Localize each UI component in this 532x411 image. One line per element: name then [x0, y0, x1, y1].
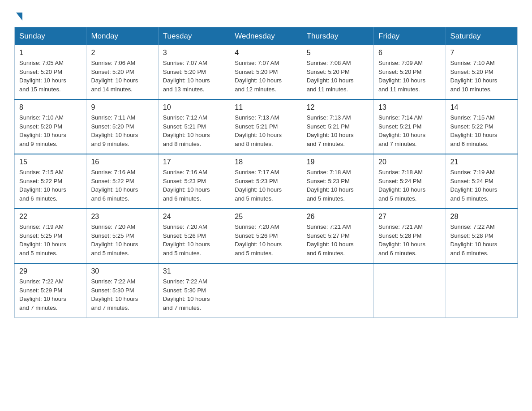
header-saturday: Saturday: [446, 27, 517, 46]
day-number: 23: [91, 213, 153, 221]
day-number: 19: [307, 158, 369, 166]
calendar-cell: 3 Sunrise: 7:07 AM Sunset: 5:20 PM Dayli…: [158, 45, 230, 99]
day-detail: Sunrise: 7:22 AM Sunset: 5:30 PM Dayligh…: [91, 277, 153, 312]
day-number: 30: [91, 267, 153, 275]
day-number: 18: [235, 158, 297, 166]
logo: [14, 11, 22, 19]
logo-arrow-icon: [16, 13, 22, 21]
calendar-cell: 26 Sunrise: 7:21 AM Sunset: 5:27 PM Dayl…: [302, 209, 373, 263]
day-number: 27: [378, 213, 441, 221]
calendar-cell: 7 Sunrise: 7:10 AM Sunset: 5:20 PM Dayli…: [446, 45, 517, 99]
day-number: 2: [91, 49, 153, 57]
day-detail: Sunrise: 7:19 AM Sunset: 5:25 PM Dayligh…: [19, 223, 82, 257]
day-number: 13: [378, 103, 441, 111]
day-number: 14: [450, 103, 513, 111]
day-detail: Sunrise: 7:08 AM Sunset: 5:20 PM Dayligh…: [307, 59, 369, 94]
calendar-cell: 22 Sunrise: 7:19 AM Sunset: 5:25 PM Dayl…: [15, 209, 86, 263]
day-detail: Sunrise: 7:16 AM Sunset: 5:23 PM Dayligh…: [163, 168, 225, 203]
header-friday: Friday: [374, 27, 446, 46]
day-detail: Sunrise: 7:20 AM Sunset: 5:26 PM Dayligh…: [163, 223, 225, 257]
day-detail: Sunrise: 7:16 AM Sunset: 5:22 PM Dayligh…: [91, 168, 153, 203]
day-detail: Sunrise: 7:12 AM Sunset: 5:21 PM Dayligh…: [163, 113, 225, 148]
calendar-cell: 20 Sunrise: 7:18 AM Sunset: 5:24 PM Dayl…: [374, 154, 446, 209]
calendar-cell: 29 Sunrise: 7:22 AM Sunset: 5:29 PM Dayl…: [15, 263, 86, 318]
day-number: 12: [307, 103, 369, 111]
day-number: 26: [307, 213, 369, 221]
calendar-week-row: 15 Sunrise: 7:15 AM Sunset: 5:22 PM Dayl…: [15, 154, 518, 209]
calendar-cell: 10 Sunrise: 7:12 AM Sunset: 5:21 PM Dayl…: [158, 99, 230, 154]
day-detail: Sunrise: 7:13 AM Sunset: 5:21 PM Dayligh…: [235, 113, 297, 148]
day-detail: Sunrise: 7:17 AM Sunset: 5:23 PM Dayligh…: [235, 168, 297, 203]
day-detail: Sunrise: 7:20 AM Sunset: 5:25 PM Dayligh…: [91, 223, 153, 257]
day-number: 8: [19, 103, 82, 111]
calendar-cell: [446, 263, 517, 318]
day-detail: Sunrise: 7:11 AM Sunset: 5:20 PM Dayligh…: [91, 113, 153, 148]
day-number: 6: [378, 49, 441, 57]
calendar-cell: 1 Sunrise: 7:05 AM Sunset: 5:20 PM Dayli…: [15, 45, 86, 99]
calendar-body: 1 Sunrise: 7:05 AM Sunset: 5:20 PM Dayli…: [15, 45, 518, 318]
day-detail: Sunrise: 7:18 AM Sunset: 5:23 PM Dayligh…: [307, 168, 369, 203]
calendar-cell: 16 Sunrise: 7:16 AM Sunset: 5:22 PM Dayl…: [86, 154, 158, 209]
calendar-cell: 2 Sunrise: 7:06 AM Sunset: 5:20 PM Dayli…: [86, 45, 158, 99]
day-number: 4: [235, 49, 297, 57]
calendar-cell: 8 Sunrise: 7:10 AM Sunset: 5:20 PM Dayli…: [15, 99, 86, 154]
header-wednesday: Wednesday: [230, 27, 302, 46]
day-detail: Sunrise: 7:22 AM Sunset: 5:28 PM Dayligh…: [450, 223, 513, 257]
calendar-cell: 19 Sunrise: 7:18 AM Sunset: 5:23 PM Dayl…: [302, 154, 373, 209]
calendar-cell: 24 Sunrise: 7:20 AM Sunset: 5:26 PM Dayl…: [158, 209, 230, 263]
day-number: 17: [163, 158, 225, 166]
day-detail: Sunrise: 7:07 AM Sunset: 5:20 PM Dayligh…: [235, 59, 297, 94]
day-detail: Sunrise: 7:07 AM Sunset: 5:20 PM Dayligh…: [163, 59, 225, 94]
day-number: 5: [307, 49, 369, 57]
day-number: 11: [235, 103, 297, 111]
header-sunday: Sunday: [15, 27, 86, 46]
header-thursday: Thursday: [302, 27, 373, 46]
day-detail: Sunrise: 7:09 AM Sunset: 5:20 PM Dayligh…: [378, 59, 441, 94]
day-number: 15: [19, 158, 82, 166]
day-number: 29: [19, 267, 82, 275]
calendar-week-row: 1 Sunrise: 7:05 AM Sunset: 5:20 PM Dayli…: [15, 45, 518, 99]
day-number: 16: [91, 158, 153, 166]
calendar-cell: 18 Sunrise: 7:17 AM Sunset: 5:23 PM Dayl…: [230, 154, 302, 209]
day-number: 22: [19, 213, 82, 221]
day-detail: Sunrise: 7:19 AM Sunset: 5:24 PM Dayligh…: [450, 168, 513, 203]
calendar-cell: [230, 263, 302, 318]
day-number: 21: [450, 158, 513, 166]
day-detail: Sunrise: 7:22 AM Sunset: 5:30 PM Dayligh…: [163, 277, 225, 312]
day-number: 25: [235, 213, 297, 221]
header-monday: Monday: [86, 27, 158, 46]
calendar-week-row: 22 Sunrise: 7:19 AM Sunset: 5:25 PM Dayl…: [15, 209, 518, 263]
day-detail: Sunrise: 7:10 AM Sunset: 5:20 PM Dayligh…: [450, 59, 513, 94]
calendar-cell: 9 Sunrise: 7:11 AM Sunset: 5:20 PM Dayli…: [86, 99, 158, 154]
calendar-cell: 14 Sunrise: 7:15 AM Sunset: 5:22 PM Dayl…: [446, 99, 517, 154]
calendar-cell: 12 Sunrise: 7:13 AM Sunset: 5:21 PM Dayl…: [302, 99, 373, 154]
day-number: 9: [91, 103, 153, 111]
day-detail: Sunrise: 7:05 AM Sunset: 5:20 PM Dayligh…: [19, 59, 82, 94]
calendar-cell: 27 Sunrise: 7:21 AM Sunset: 5:28 PM Dayl…: [374, 209, 446, 263]
calendar-cell: 30 Sunrise: 7:22 AM Sunset: 5:30 PM Dayl…: [86, 263, 158, 318]
calendar-cell: 4 Sunrise: 7:07 AM Sunset: 5:20 PM Dayli…: [230, 45, 302, 99]
day-detail: Sunrise: 7:13 AM Sunset: 5:21 PM Dayligh…: [307, 113, 369, 148]
day-number: 28: [450, 213, 513, 221]
calendar-cell: 6 Sunrise: 7:09 AM Sunset: 5:20 PM Dayli…: [374, 45, 446, 99]
day-number: 10: [163, 103, 225, 111]
calendar-table: SundayMondayTuesdayWednesdayThursdayFrid…: [14, 27, 518, 318]
day-detail: Sunrise: 7:14 AM Sunset: 5:21 PM Dayligh…: [378, 113, 441, 148]
calendar-cell: 13 Sunrise: 7:14 AM Sunset: 5:21 PM Dayl…: [374, 99, 446, 154]
day-detail: Sunrise: 7:20 AM Sunset: 5:26 PM Dayligh…: [235, 223, 297, 257]
day-detail: Sunrise: 7:06 AM Sunset: 5:20 PM Dayligh…: [91, 59, 153, 94]
day-number: 1: [19, 49, 82, 57]
calendar-header-row: SundayMondayTuesdayWednesdayThursdayFrid…: [15, 27, 518, 46]
calendar-cell: 31 Sunrise: 7:22 AM Sunset: 5:30 PM Dayl…: [158, 263, 230, 318]
day-detail: Sunrise: 7:15 AM Sunset: 5:22 PM Dayligh…: [19, 168, 82, 203]
calendar-cell: [374, 263, 446, 318]
calendar-cell: [302, 263, 373, 318]
day-detail: Sunrise: 7:21 AM Sunset: 5:28 PM Dayligh…: [378, 223, 441, 257]
day-detail: Sunrise: 7:22 AM Sunset: 5:29 PM Dayligh…: [19, 277, 82, 312]
header-tuesday: Tuesday: [158, 27, 230, 46]
day-number: 3: [163, 49, 225, 57]
calendar-cell: 17 Sunrise: 7:16 AM Sunset: 5:23 PM Dayl…: [158, 154, 230, 209]
calendar-cell: 15 Sunrise: 7:15 AM Sunset: 5:22 PM Dayl…: [15, 154, 86, 209]
day-number: 31: [163, 267, 225, 275]
day-detail: Sunrise: 7:21 AM Sunset: 5:27 PM Dayligh…: [307, 223, 369, 257]
